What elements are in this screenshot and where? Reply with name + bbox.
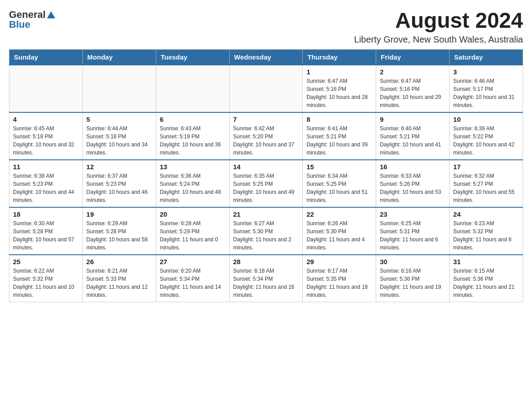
calendar-cell-2-2: 5Sunrise: 6:44 AM Sunset: 5:18 PM Daylig… bbox=[82, 112, 156, 160]
day-number: 13 bbox=[160, 163, 226, 171]
day-number: 29 bbox=[306, 258, 372, 265]
day-info: Sunrise: 6:34 AM Sunset: 5:25 PM Dayligh… bbox=[306, 172, 372, 204]
calendar-cell-2-6: 9Sunrise: 6:40 AM Sunset: 5:21 PM Daylig… bbox=[376, 112, 450, 160]
calendar-header-monday: Monday bbox=[82, 49, 156, 65]
calendar-cell-4-7: 24Sunrise: 6:23 AM Sunset: 5:32 PM Dayli… bbox=[450, 207, 523, 255]
calendar-cell-3-5: 15Sunrise: 6:34 AM Sunset: 5:25 PM Dayli… bbox=[303, 160, 376, 207]
day-number: 20 bbox=[160, 210, 226, 218]
calendar-cell-2-3: 6Sunrise: 6:43 AM Sunset: 5:19 PM Daylig… bbox=[156, 112, 229, 160]
header: General Blue August 2024 Liberty Grove, … bbox=[9, 9, 523, 45]
calendar-cell-1-4 bbox=[229, 65, 303, 112]
day-number: 24 bbox=[453, 210, 519, 218]
day-info: Sunrise: 6:33 AM Sunset: 5:26 PM Dayligh… bbox=[380, 172, 446, 204]
calendar-cell-1-6: 2Sunrise: 6:47 AM Sunset: 5:16 PM Daylig… bbox=[376, 65, 450, 112]
day-info: Sunrise: 6:36 AM Sunset: 5:24 PM Dayligh… bbox=[160, 172, 226, 204]
subtitle: Liberty Grove, New South Wales, Australi… bbox=[354, 34, 523, 45]
calendar-header-thursday: Thursday bbox=[303, 49, 376, 65]
calendar-cell-2-1: 4Sunrise: 6:45 AM Sunset: 5:18 PM Daylig… bbox=[9, 112, 83, 160]
day-info: Sunrise: 6:28 AM Sunset: 5:29 PM Dayligh… bbox=[160, 219, 226, 252]
day-info: Sunrise: 6:32 AM Sunset: 5:27 PM Dayligh… bbox=[453, 172, 519, 204]
day-number: 11 bbox=[13, 163, 79, 171]
calendar-cell-5-5: 29Sunrise: 6:17 AM Sunset: 5:35 PM Dayli… bbox=[303, 255, 376, 302]
calendar-cell-5-3: 27Sunrise: 6:20 AM Sunset: 5:34 PM Dayli… bbox=[156, 255, 229, 302]
day-number: 1 bbox=[306, 68, 372, 76]
day-number: 14 bbox=[233, 163, 299, 171]
day-number: 31 bbox=[453, 258, 519, 265]
calendar-header-wednesday: Wednesday bbox=[229, 49, 303, 65]
calendar-cell-1-1 bbox=[9, 65, 83, 112]
week-row-1: 1Sunrise: 6:47 AM Sunset: 5:16 PM Daylig… bbox=[9, 65, 523, 112]
day-info: Sunrise: 6:17 AM Sunset: 5:35 PM Dayligh… bbox=[306, 267, 372, 299]
day-number: 17 bbox=[453, 163, 519, 171]
calendar-cell-4-5: 22Sunrise: 6:26 AM Sunset: 5:30 PM Dayli… bbox=[303, 207, 376, 255]
calendar-cell-5-1: 25Sunrise: 6:22 AM Sunset: 5:32 PM Dayli… bbox=[9, 255, 83, 302]
day-number: 6 bbox=[160, 116, 226, 123]
day-info: Sunrise: 6:39 AM Sunset: 5:22 PM Dayligh… bbox=[453, 124, 519, 157]
calendar-cell-3-4: 14Sunrise: 6:35 AM Sunset: 5:25 PM Dayli… bbox=[229, 160, 303, 207]
day-number: 25 bbox=[13, 258, 79, 265]
day-number: 16 bbox=[380, 163, 446, 171]
day-info: Sunrise: 6:38 AM Sunset: 5:23 PM Dayligh… bbox=[13, 172, 79, 204]
calendar-cell-3-2: 12Sunrise: 6:37 AM Sunset: 5:23 PM Dayli… bbox=[82, 160, 156, 207]
day-info: Sunrise: 6:23 AM Sunset: 5:32 PM Dayligh… bbox=[453, 219, 519, 252]
day-info: Sunrise: 6:45 AM Sunset: 5:18 PM Dayligh… bbox=[13, 124, 79, 157]
day-number: 19 bbox=[86, 210, 152, 218]
day-number: 30 bbox=[380, 258, 446, 265]
calendar-cell-4-3: 20Sunrise: 6:28 AM Sunset: 5:29 PM Dayli… bbox=[156, 207, 229, 255]
calendar-cell-5-7: 31Sunrise: 6:15 AM Sunset: 5:36 PM Dayli… bbox=[450, 255, 523, 302]
calendar: SundayMondayTuesdayWednesdayThursdayFrid… bbox=[9, 49, 523, 302]
calendar-cell-1-7: 3Sunrise: 6:46 AM Sunset: 5:17 PM Daylig… bbox=[450, 65, 523, 112]
calendar-cell-2-7: 10Sunrise: 6:39 AM Sunset: 5:22 PM Dayli… bbox=[450, 112, 523, 160]
svg-marker-0 bbox=[47, 11, 55, 18]
day-number: 18 bbox=[13, 210, 79, 218]
day-info: Sunrise: 6:43 AM Sunset: 5:19 PM Dayligh… bbox=[160, 124, 226, 157]
calendar-header-friday: Friday bbox=[376, 49, 450, 65]
day-info: Sunrise: 6:46 AM Sunset: 5:17 PM Dayligh… bbox=[453, 77, 519, 109]
day-number: 3 bbox=[453, 68, 519, 76]
day-info: Sunrise: 6:20 AM Sunset: 5:34 PM Dayligh… bbox=[160, 267, 226, 299]
title-area: August 2024 Liberty Grove, New South Wal… bbox=[354, 9, 523, 45]
day-info: Sunrise: 6:37 AM Sunset: 5:23 PM Dayligh… bbox=[86, 172, 152, 204]
day-info: Sunrise: 6:15 AM Sunset: 5:36 PM Dayligh… bbox=[453, 267, 519, 299]
day-number: 28 bbox=[233, 258, 299, 265]
week-row-2: 4Sunrise: 6:45 AM Sunset: 5:18 PM Daylig… bbox=[9, 112, 523, 160]
calendar-header-tuesday: Tuesday bbox=[156, 49, 229, 65]
day-info: Sunrise: 6:44 AM Sunset: 5:18 PM Dayligh… bbox=[86, 124, 152, 157]
calendar-cell-5-6: 30Sunrise: 6:16 AM Sunset: 5:36 PM Dayli… bbox=[376, 255, 450, 302]
day-number: 21 bbox=[233, 210, 299, 218]
day-number: 9 bbox=[380, 116, 446, 123]
calendar-cell-4-4: 21Sunrise: 6:27 AM Sunset: 5:30 PM Dayli… bbox=[229, 207, 303, 255]
calendar-header-sunday: Sunday bbox=[9, 49, 83, 65]
logo-blue: Blue bbox=[9, 19, 30, 30]
page-title: August 2024 bbox=[354, 9, 523, 33]
calendar-cell-4-1: 18Sunrise: 6:30 AM Sunset: 5:28 PM Dayli… bbox=[9, 207, 83, 255]
calendar-header-row: SundayMondayTuesdayWednesdayThursdayFrid… bbox=[9, 49, 523, 65]
day-info: Sunrise: 6:16 AM Sunset: 5:36 PM Dayligh… bbox=[380, 267, 446, 299]
calendar-cell-5-2: 26Sunrise: 6:21 AM Sunset: 5:33 PM Dayli… bbox=[82, 255, 156, 302]
day-info: Sunrise: 6:29 AM Sunset: 5:28 PM Dayligh… bbox=[86, 219, 152, 252]
day-number: 4 bbox=[13, 116, 79, 123]
calendar-cell-2-5: 8Sunrise: 6:41 AM Sunset: 5:21 PM Daylig… bbox=[303, 112, 376, 160]
day-info: Sunrise: 6:47 AM Sunset: 5:16 PM Dayligh… bbox=[306, 77, 372, 109]
day-number: 27 bbox=[160, 258, 226, 265]
day-number: 2 bbox=[380, 68, 446, 76]
day-number: 7 bbox=[233, 116, 299, 123]
day-number: 22 bbox=[306, 210, 372, 218]
week-row-4: 18Sunrise: 6:30 AM Sunset: 5:28 PM Dayli… bbox=[9, 207, 523, 255]
calendar-cell-1-5: 1Sunrise: 6:47 AM Sunset: 5:16 PM Daylig… bbox=[303, 65, 376, 112]
calendar-cell-1-2 bbox=[82, 65, 156, 112]
day-info: Sunrise: 6:40 AM Sunset: 5:21 PM Dayligh… bbox=[380, 124, 446, 157]
day-number: 12 bbox=[86, 163, 152, 171]
logo-triangle-icon bbox=[46, 10, 56, 20]
calendar-cell-1-3 bbox=[156, 65, 229, 112]
day-info: Sunrise: 6:42 AM Sunset: 5:20 PM Dayligh… bbox=[233, 124, 299, 157]
day-info: Sunrise: 6:35 AM Sunset: 5:25 PM Dayligh… bbox=[233, 172, 299, 204]
week-row-5: 25Sunrise: 6:22 AM Sunset: 5:32 PM Dayli… bbox=[9, 255, 523, 302]
calendar-cell-3-1: 11Sunrise: 6:38 AM Sunset: 5:23 PM Dayli… bbox=[9, 160, 83, 207]
calendar-cell-5-4: 28Sunrise: 6:18 AM Sunset: 5:34 PM Dayli… bbox=[229, 255, 303, 302]
day-info: Sunrise: 6:26 AM Sunset: 5:30 PM Dayligh… bbox=[306, 219, 372, 252]
week-row-3: 11Sunrise: 6:38 AM Sunset: 5:23 PM Dayli… bbox=[9, 160, 523, 207]
calendar-cell-3-7: 17Sunrise: 6:32 AM Sunset: 5:27 PM Dayli… bbox=[450, 160, 523, 207]
day-info: Sunrise: 6:41 AM Sunset: 5:21 PM Dayligh… bbox=[306, 124, 372, 157]
day-info: Sunrise: 6:47 AM Sunset: 5:16 PM Dayligh… bbox=[380, 77, 446, 109]
